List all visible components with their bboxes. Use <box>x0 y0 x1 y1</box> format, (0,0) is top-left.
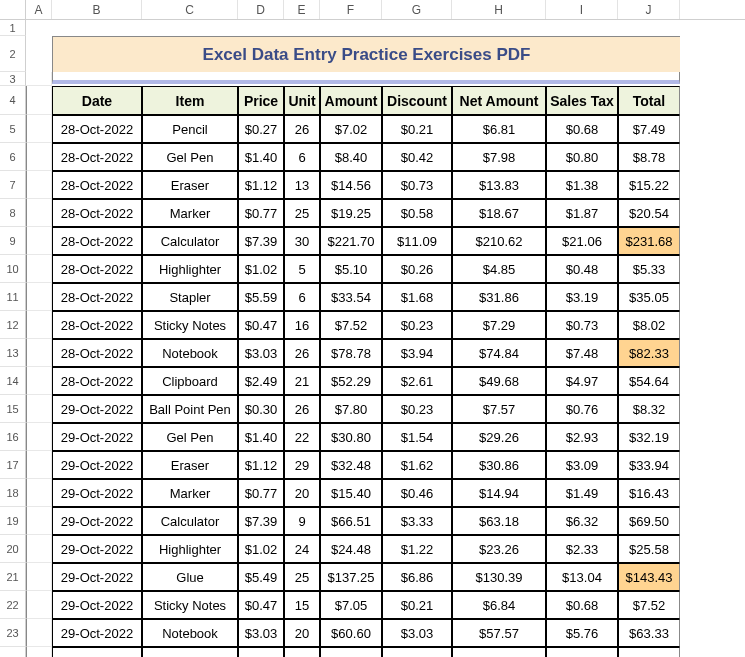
header-net-amount[interactable]: Net Amount <box>452 86 546 115</box>
cell-tax[interactable]: $0.68 <box>546 591 618 619</box>
cell[interactable] <box>26 563 52 591</box>
select-all-corner[interactable] <box>0 0 26 19</box>
cell-date[interactable]: 28-Oct-2022 <box>52 339 142 367</box>
row-header-1[interactable]: 1 <box>0 20 26 36</box>
cell-unit[interactable]: 29 <box>284 451 320 479</box>
cell-item[interactable]: Marker <box>142 199 238 227</box>
cell[interactable] <box>26 255 52 283</box>
cell-tax[interactable]: $13.04 <box>546 563 618 591</box>
cell-unit[interactable]: 30 <box>284 227 320 255</box>
header-total[interactable]: Total <box>618 86 680 115</box>
row-header-14[interactable]: 14 <box>0 367 26 395</box>
row-header-13[interactable]: 13 <box>0 339 26 367</box>
cell-date[interactable]: 28-Oct-2022 <box>52 255 142 283</box>
row-header-16[interactable]: 16 <box>0 423 26 451</box>
cell-discount[interactable]: $0.23 <box>382 311 452 339</box>
cell[interactable] <box>26 619 52 647</box>
cell-price[interactable]: $0.27 <box>238 115 284 143</box>
cell-price[interactable]: $1.12 <box>238 451 284 479</box>
cell-item[interactable]: Eraser <box>142 171 238 199</box>
cell-total[interactable]: $143.43 <box>618 563 680 591</box>
cell-unit[interactable]: 20 <box>284 479 320 507</box>
cell-total[interactable]: $54.64 <box>618 367 680 395</box>
cell-unit[interactable]: 15 <box>284 591 320 619</box>
cell-tax[interactable]: $2.33 <box>546 535 618 563</box>
cell-unit[interactable]: 20 <box>284 619 320 647</box>
cell-unit[interactable]: 6 <box>284 143 320 171</box>
header-amount[interactable]: Amount <box>320 86 382 115</box>
cell-tax[interactable]: $4.97 <box>546 367 618 395</box>
cell-amount[interactable]: $5.10 <box>320 255 382 283</box>
cell-discount[interactable]: $0.26 <box>382 255 452 283</box>
cell-net[interactable]: $130.39 <box>452 563 546 591</box>
cell-price[interactable]: $0.27 <box>238 647 284 657</box>
col-header-c[interactable]: C <box>142 0 238 19</box>
cell-date[interactable]: 29-Oct-2022 <box>52 647 142 657</box>
cell-amount[interactable]: $33.54 <box>320 283 382 311</box>
row-header-10[interactable]: 10 <box>0 255 26 283</box>
row-header-11[interactable]: 11 <box>0 283 26 311</box>
cell-net[interactable]: $7.57 <box>452 395 546 423</box>
cell-item[interactable]: Marker <box>142 479 238 507</box>
cell-discount[interactable]: $0.19 <box>382 647 452 657</box>
cell-date[interactable]: 29-Oct-2022 <box>52 423 142 451</box>
cell-total[interactable]: $35.05 <box>618 283 680 311</box>
cell-net[interactable]: $210.62 <box>452 227 546 255</box>
page-title[interactable]: Excel Data Entry Practice Exercises PDF <box>52 36 680 72</box>
cell[interactable] <box>26 395 52 423</box>
cell-item[interactable]: Gel Pen <box>142 143 238 171</box>
col-header-e[interactable]: E <box>284 0 320 19</box>
cell-total[interactable]: $69.50 <box>618 507 680 535</box>
cell-item[interactable]: Notebook <box>142 619 238 647</box>
col-header-b[interactable]: B <box>52 0 142 19</box>
cell-item[interactable]: Calculator <box>142 227 238 255</box>
cell-price[interactable]: $0.47 <box>238 591 284 619</box>
row-header-15[interactable]: 15 <box>0 395 26 423</box>
cell-date[interactable]: 28-Oct-2022 <box>52 311 142 339</box>
cell-unit[interactable]: 25 <box>284 199 320 227</box>
cell[interactable] <box>26 479 52 507</box>
cell-total[interactable]: $63.33 <box>618 619 680 647</box>
cell-unit[interactable]: 5 <box>284 255 320 283</box>
cell-discount[interactable]: $3.33 <box>382 507 452 535</box>
cell-date[interactable]: 29-Oct-2022 <box>52 507 142 535</box>
col-header-f[interactable]: F <box>320 0 382 19</box>
cell-unit[interactable]: 24 <box>284 647 320 657</box>
cell-item[interactable]: Pencil <box>142 647 238 657</box>
cell-net[interactable]: $74.84 <box>452 339 546 367</box>
cell-price[interactable]: $5.59 <box>238 283 284 311</box>
cell-amount[interactable]: $66.51 <box>320 507 382 535</box>
cell-item[interactable]: Highlighter <box>142 255 238 283</box>
cell-amount[interactable]: $137.25 <box>320 563 382 591</box>
col-header-a[interactable]: A <box>26 0 52 19</box>
cell-price[interactable]: $1.02 <box>238 535 284 563</box>
cell-unit[interactable]: 25 <box>284 563 320 591</box>
cell-price[interactable]: $1.40 <box>238 143 284 171</box>
cell-tax[interactable]: $2.93 <box>546 423 618 451</box>
row-header-22[interactable]: 22 <box>0 591 26 619</box>
row-header-8[interactable]: 8 <box>0 199 26 227</box>
cell-unit[interactable]: 6 <box>284 283 320 311</box>
row-header-4[interactable]: 4 <box>0 86 26 115</box>
row-header-5[interactable]: 5 <box>0 115 26 143</box>
cell-discount[interactable]: $3.94 <box>382 339 452 367</box>
cell-date[interactable]: 28-Oct-2022 <box>52 199 142 227</box>
cell-tax[interactable]: $7.48 <box>546 339 618 367</box>
cell-date[interactable]: 29-Oct-2022 <box>52 535 142 563</box>
cell-amount[interactable]: $60.60 <box>320 619 382 647</box>
cell-total[interactable]: $25.58 <box>618 535 680 563</box>
cell-discount[interactable]: $2.61 <box>382 367 452 395</box>
cell-total[interactable]: $8.78 <box>618 143 680 171</box>
cell-item[interactable]: Ball Point Pen <box>142 395 238 423</box>
cell-item[interactable]: Pencil <box>142 115 238 143</box>
cell-net[interactable]: $4.85 <box>452 255 546 283</box>
cell-amount[interactable]: $24.48 <box>320 535 382 563</box>
cell[interactable] <box>26 227 52 255</box>
cell-unit[interactable]: 22 <box>284 423 320 451</box>
cell-price[interactable]: $3.03 <box>238 339 284 367</box>
header-unit[interactable]: Unit <box>284 86 320 115</box>
cell-unit[interactable]: 21 <box>284 367 320 395</box>
cell-date[interactable]: 29-Oct-2022 <box>52 591 142 619</box>
cell-price[interactable]: $0.77 <box>238 479 284 507</box>
header-price[interactable]: Price <box>238 86 284 115</box>
